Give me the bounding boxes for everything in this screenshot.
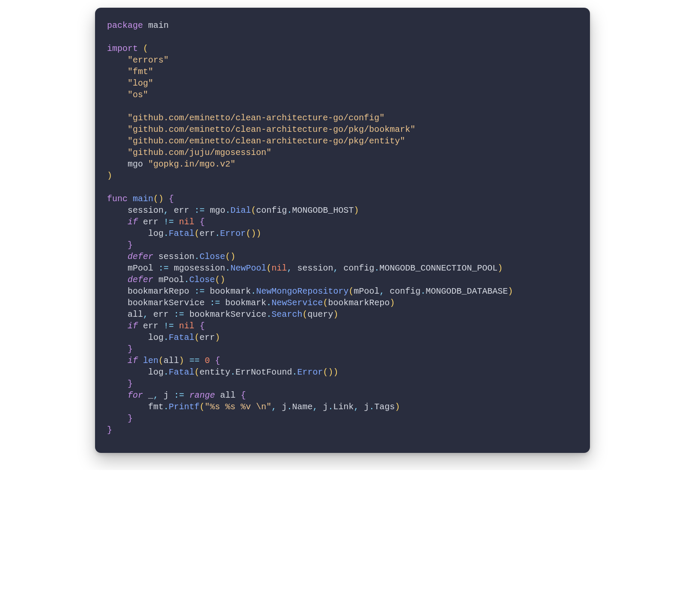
keyword-func: func [107, 194, 128, 204]
keyword-import: import [107, 44, 138, 54]
import-path: "github.com/eminetto/clean-architecture-… [128, 125, 415, 134]
import-path: "github.com/eminetto/clean-architecture-… [128, 113, 384, 123]
import-path: "github.com/eminetto/clean-architecture-… [128, 136, 405, 146]
package-name: main [148, 21, 169, 30]
import-alias: mgo [128, 159, 143, 169]
import-path: "errors" [128, 55, 169, 65]
import-path: "log" [128, 78, 153, 88]
code-card: package main import ( "errors" "fmt" "lo… [95, 8, 590, 453]
import-path: "fmt" [128, 67, 153, 77]
open-paren: ( [143, 44, 148, 54]
code-block: package main import ( "errors" "fmt" "lo… [107, 20, 578, 436]
import-path: "github.com/juju/mgosession" [128, 148, 271, 158]
close-paren: ) [107, 171, 112, 181]
import-path: "gopkg.in/mgo.v2" [148, 159, 235, 169]
function-name: main [133, 194, 153, 204]
import-path: "os" [128, 90, 148, 100]
keyword-package: package [107, 21, 143, 30]
